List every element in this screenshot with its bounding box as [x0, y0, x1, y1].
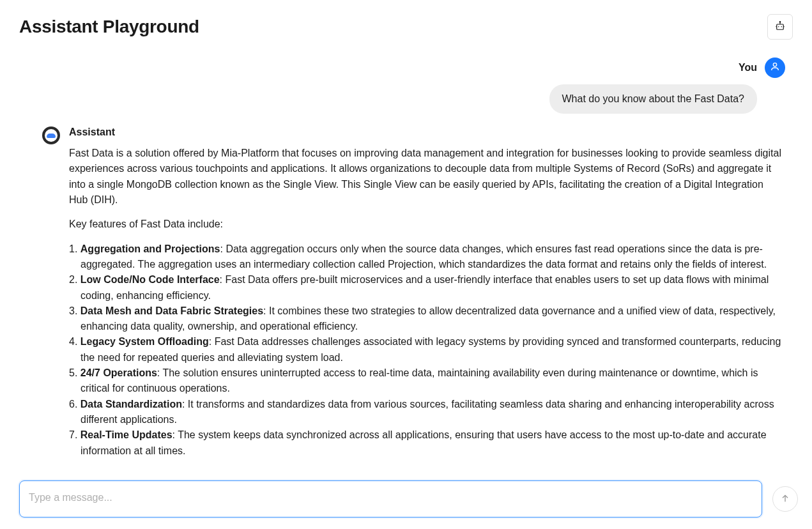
- list-item-title: Aggregation and Projections: [80, 243, 220, 254]
- robot-icon: [774, 20, 786, 34]
- user-message-row: What do you know about the Fast Data?: [19, 84, 788, 114]
- settings-button[interactable]: [767, 14, 793, 40]
- chat-scroll-area[interactable]: You What do you know about the Fast Data…: [19, 50, 793, 471]
- user-message-header: You: [19, 57, 788, 78]
- list-item: 24/7 Operations: The solution ensures un…: [69, 365, 781, 397]
- assistant-avatar: [42, 126, 60, 144]
- svg-rect-0: [777, 24, 784, 29]
- assistant-intro: Fast Data is a solution offered by Mia-P…: [69, 146, 781, 208]
- assistant-content: Assistant Fast Data is a solution offere…: [69, 126, 781, 459]
- send-button[interactable]: [772, 486, 798, 512]
- list-item-title: Data Standardization: [80, 399, 182, 410]
- list-item: Low Code/No Code Interface: Fast Data of…: [69, 272, 781, 303]
- list-item-title: 24/7 Operations: [80, 367, 157, 378]
- list-item-title: Data Mesh and Data Fabric Strategies: [80, 305, 263, 316]
- list-item-text: : The solution ensures uninterrupted acc…: [80, 367, 758, 394]
- svg-point-7: [773, 63, 776, 66]
- svg-point-3: [778, 26, 779, 27]
- person-icon: [770, 61, 780, 74]
- list-item: Aggregation and Projections: Data aggreg…: [69, 241, 781, 273]
- user-message-bubble: What do you know about the Fast Data?: [549, 84, 758, 114]
- list-item: Real-Time Updates: The system keeps data…: [69, 427, 781, 459]
- assistant-features-heading: Key features of Fast Data include:: [69, 217, 781, 232]
- input-area: [19, 480, 798, 518]
- user-avatar: [765, 57, 785, 78]
- list-item: Data Mesh and Data Fabric Strategies: It…: [69, 303, 781, 335]
- message-input[interactable]: [19, 480, 762, 518]
- list-item-title: Legacy System Offloading: [80, 336, 209, 347]
- svg-point-4: [781, 26, 783, 27]
- svg-point-2: [779, 21, 781, 22]
- list-item: Data Standardization: It transforms and …: [69, 397, 781, 428]
- page-title: Assistant Playground: [19, 17, 199, 37]
- list-item-text: : The system keeps data synchronized acr…: [80, 429, 767, 456]
- header: Assistant Playground: [0, 0, 812, 46]
- assistant-message-row: Assistant Fast Data is a solution offere…: [19, 126, 788, 459]
- list-item-title: Low Code/No Code Interface: [80, 274, 220, 285]
- arrow-up-icon: [780, 493, 790, 505]
- list-item-text: : It transforms and standardizes data fr…: [80, 399, 774, 425]
- user-label: You: [739, 62, 757, 73]
- list-item: Legacy System Offloading: Fast Data addr…: [69, 334, 781, 365]
- list-item-title: Real-Time Updates: [80, 429, 172, 440]
- assistant-body: Fast Data is a solution offered by Mia-P…: [69, 146, 781, 459]
- assistant-feature-list: Aggregation and Projections: Data aggreg…: [69, 241, 781, 459]
- assistant-label: Assistant: [69, 126, 781, 138]
- assistant-bot-icon: [45, 129, 57, 142]
